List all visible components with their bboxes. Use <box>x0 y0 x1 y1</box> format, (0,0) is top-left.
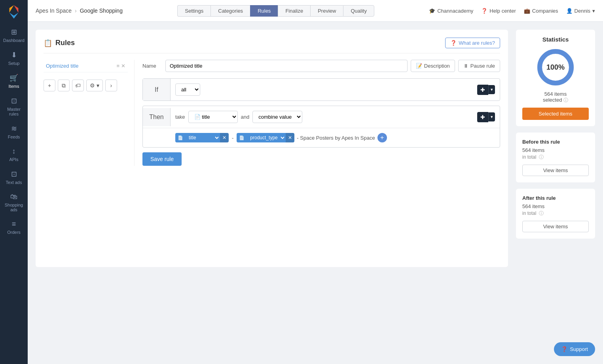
value-static-text: - Space Posters by Apes In Space <box>297 135 375 141</box>
rule-list-item[interactable]: Optimized title ≡ ✕ <box>44 60 128 72</box>
user-link[interactable]: 👤 Dennis ▾ <box>566 8 595 14</box>
description-icon: 📝 <box>416 63 422 69</box>
tag-rule-btn[interactable]: 🏷 <box>72 80 84 91</box>
svg-marker-0 <box>14 5 18 13</box>
product-type-field-icon: 📄 <box>237 133 247 142</box>
sidebar-item-setup[interactable]: ⬇ Setup <box>0 47 28 70</box>
combine-select[interactable]: combine value set value <box>252 111 302 123</box>
after-view-items-btn[interactable]: View items <box>522 221 589 232</box>
sidebar-item-orders[interactable]: ≡ Orders <box>0 216 28 239</box>
duplicate-rule-btn[interactable]: ⧉ <box>58 80 70 91</box>
breadcrumb-separator: › <box>75 8 77 14</box>
description-btn[interactable]: 📝 Description <box>411 60 455 72</box>
master-rules-icon: ⊡ <box>11 97 17 105</box>
right-panel: Statistics 100% 564 items selected ⓘ Sel… <box>516 30 595 356</box>
sidebar-item-master-rules[interactable]: ⊡ Master rules <box>0 93 28 120</box>
before-rule-header: Before this rule <box>522 139 589 145</box>
before-rule-sub: in total ⓘ <box>522 154 589 161</box>
if-label: If <box>143 79 171 100</box>
rule-item-close-icon[interactable]: ✕ <box>121 63 125 69</box>
if-condition-row: all any ✚ ▾ <box>175 83 495 96</box>
info-icon: ⓘ <box>563 97 568 103</box>
value-separator-1: - <box>231 135 234 141</box>
apis-icon: ↕ <box>12 147 16 155</box>
help-circle-icon: ❓ <box>450 40 457 46</box>
before-view-items-btn[interactable]: View items <box>522 165 589 176</box>
sidebar-item-text-ads[interactable]: ⊡ Text ads <box>0 166 28 189</box>
rules-doc-icon: 📋 <box>44 39 52 47</box>
name-input[interactable] <box>165 60 408 72</box>
breadcrumb-parent[interactable]: Apes In Space <box>36 8 72 14</box>
add-rule-btn[interactable]: + <box>44 80 55 91</box>
what-are-rules-btn[interactable]: ❓ What are rules? <box>445 38 500 48</box>
settings-rule-btn[interactable]: ⚙ ▾ <box>86 80 103 91</box>
if-add-main-btn[interactable]: ✚ <box>477 85 488 95</box>
before-rule-card: Before this rule 564 items in total ⓘ Vi… <box>516 133 595 182</box>
rule-editor: Name 📝 Description ⏸ Pause rule <box>135 60 500 166</box>
value-builder-row: 📄 title description ✕ - <box>143 128 500 147</box>
arrow-rule-btn[interactable]: › <box>105 80 117 91</box>
rule-item-menu-icon[interactable]: ≡ <box>116 63 119 69</box>
before-info-icon: ⓘ <box>539 154 544 160</box>
then-add-dropdown-btn[interactable]: ▾ <box>488 112 495 121</box>
take-label: take <box>175 114 185 120</box>
sidebar-item-apis[interactable]: ↕ APIs <box>0 143 28 166</box>
items-icon: 🛒 <box>9 74 18 82</box>
step-categories[interactable]: Categories <box>210 5 250 17</box>
then-body: take 📄 title 📄 description and combine v… <box>171 106 500 128</box>
field-select[interactable]: 📄 title 📄 description <box>188 111 238 123</box>
step-rules[interactable]: Rules <box>250 5 278 17</box>
rules-layout: Optimized title ≡ ✕ + ⧉ 🏷 ⚙ ▾ › <box>44 60 500 166</box>
if-condition-select[interactable]: all any <box>175 83 200 96</box>
main-area: Apes In Space › Google Shopping Settings… <box>28 0 603 364</box>
channacademy-link[interactable]: 🎓 Channacademy <box>429 8 473 14</box>
sidebar-logo <box>0 0 28 24</box>
selected-items-btn[interactable]: Selected items <box>522 108 589 120</box>
name-label: Name <box>142 63 162 69</box>
step-preview[interactable]: Preview <box>310 5 343 17</box>
title-field-select[interactable]: title description <box>186 133 220 142</box>
rules-container: 📋 Rules ❓ What are rules? Optimized titl… <box>36 30 508 267</box>
step-quality[interactable]: Quality <box>343 5 374 17</box>
chevron-down-icon: ▾ <box>592 8 595 14</box>
after-info-icon: ⓘ <box>539 210 544 216</box>
orders-icon: ≡ <box>12 220 16 228</box>
rules-title: 📋 Rules <box>44 39 75 47</box>
top-nav-right: 🎓 Channacademy ❓ Help center 💼 Companies… <box>429 8 595 14</box>
user-icon: 👤 <box>566 8 573 14</box>
then-section: Then take 📄 title 📄 description and <box>142 106 500 148</box>
companies-icon: 💼 <box>524 8 530 14</box>
step-finalize[interactable]: Finalize <box>278 5 310 17</box>
breadcrumb-current: Google Shopping <box>80 8 123 14</box>
save-rule-btn[interactable]: Save rule <box>142 152 182 166</box>
product-type-tag-close-icon[interactable]: ✕ <box>286 133 294 142</box>
if-add-btn-group: ✚ ▾ <box>477 85 495 95</box>
main-panel: 📋 Rules ❓ What are rules? Optimized titl… <box>36 30 508 356</box>
after-rule-count: 564 items <box>522 203 589 209</box>
setup-icon: ⬇ <box>11 51 17 59</box>
top-nav: Apes In Space › Google Shopping Settings… <box>28 0 603 22</box>
channacademy-icon: 🎓 <box>429 8 435 14</box>
title-tag-close-icon[interactable]: ✕ <box>220 133 229 142</box>
sidebar-item-dashboard[interactable]: ⊞ Dashboard <box>0 24 28 47</box>
stats-card: Statistics 100% 564 items selected ⓘ Sel… <box>516 30 595 126</box>
then-add-main-btn[interactable]: ✚ <box>477 112 488 122</box>
breadcrumb: Apes In Space › Google Shopping <box>36 8 123 14</box>
sidebar-item-items[interactable]: 🛒 Items <box>0 70 28 93</box>
if-section: If all any ✚ ▾ <box>142 78 500 101</box>
pause-rule-btn[interactable]: ⏸ Pause rule <box>458 60 500 72</box>
feeds-icon: ≋ <box>11 124 17 133</box>
and-label: and <box>241 114 250 120</box>
sidebar: ⊞ Dashboard ⬇ Setup 🛒 Items ⊡ Master rul… <box>0 0 28 364</box>
companies-link[interactable]: 💼 Companies <box>524 8 558 14</box>
sidebar-item-feeds[interactable]: ≋ Feeds <box>0 120 28 143</box>
if-add-dropdown-btn[interactable]: ▾ <box>488 85 495 94</box>
after-rule-header: After this rule <box>522 195 589 201</box>
sidebar-item-shopping-ads[interactable]: 🛍 Shopping ads <box>0 189 28 216</box>
step-settings[interactable]: Settings <box>177 5 210 17</box>
product-type-field-select[interactable]: product_type title <box>247 133 286 142</box>
value-add-btn[interactable]: + <box>377 133 387 142</box>
help-center-link[interactable]: ❓ Help center <box>481 8 516 14</box>
support-btn[interactable]: ❓ Support <box>554 342 595 356</box>
rule-item-actions: ≡ ✕ <box>116 63 125 69</box>
